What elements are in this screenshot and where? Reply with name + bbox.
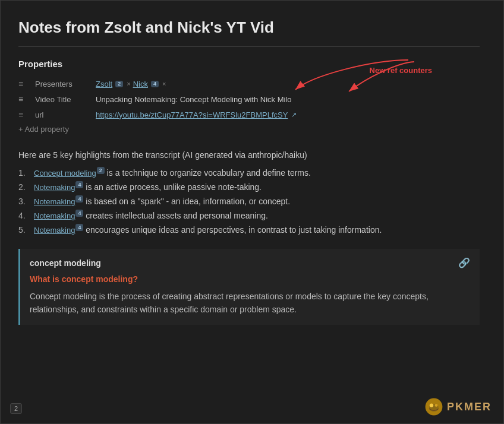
zsolt-badge: 2 <box>115 81 123 87</box>
main-content: Here are 5 key highlights from the trans… <box>18 150 480 325</box>
concept-block-header: concept modeling 🔗 <box>30 257 470 268</box>
notemaking-link-5[interactable]: Notemaking <box>34 226 75 235</box>
list-text-3: is based on a "spark" - an idea, informa… <box>86 197 290 206</box>
add-property-label: + Add property <box>18 125 69 134</box>
pkmer-text: PKMER <box>447 401 492 413</box>
url-label: url <box>35 110 89 119</box>
svg-point-4 <box>435 404 438 407</box>
footer-badge: 2 <box>10 403 22 414</box>
video-title-value: Unpacking Notemaking: Concept Modeling w… <box>96 95 291 104</box>
concept-modeling-link-1[interactable]: Concept modeling <box>34 169 96 178</box>
concept-modeling-badge-1: 2 <box>97 167 105 174</box>
presenters-icon: ≡ <box>18 79 28 88</box>
url-value: https://youtu.be/ztCup77A77A?si=WRFSlu2F… <box>96 110 297 119</box>
presenters-label: Presenters <box>35 80 89 88</box>
list-number-1: 1. <box>18 168 30 178</box>
annotation-area: New ref counters <box>370 66 432 77</box>
list-text-2: is an active process, unlike passive not… <box>86 182 262 192</box>
list-number-4: 4. <box>18 211 30 220</box>
concept-question: What is concept modeling? <box>30 274 470 284</box>
list-item: 1. Concept modeling2 is a technique to o… <box>18 168 480 178</box>
notemaking-badge-5: 4 <box>75 224 83 231</box>
property-row-video-title: ≡ Video Title Unpacking Notemaking: Conc… <box>18 91 480 107</box>
property-row-presenters: ≡ Presenters Zsolt2 × Nick4 × <box>18 76 480 91</box>
svg-point-3 <box>430 403 433 407</box>
notemaking-link-3[interactable]: Notemaking <box>34 197 75 206</box>
zsolt-tag[interactable]: Zsolt <box>96 80 112 88</box>
page-container: Notes from Zsolt and Nick's YT Vid New r… <box>0 0 504 424</box>
external-link-icon: ↗ <box>291 111 297 119</box>
url-icon: ≡ <box>18 110 28 119</box>
video-title-label: Video Title <box>35 95 89 104</box>
notemaking-link-2[interactable]: Notemaking <box>34 183 75 192</box>
notemaking-badge-3: 4 <box>75 195 83 202</box>
page-title: Notes from Zsolt and Nick's YT Vid <box>18 18 480 47</box>
pkmer-logo: PKMER <box>424 397 492 416</box>
concept-description: Concept modeling is the process of creat… <box>30 290 470 317</box>
list-number-3: 3. <box>18 197 30 206</box>
video-title-text: Unpacking Notemaking: Concept Modeling w… <box>96 95 291 104</box>
annotation-text: New ref counters <box>370 66 432 75</box>
nick-remove[interactable]: × <box>162 80 166 87</box>
list-text-1: is a technique to organize vocabulary an… <box>107 168 311 178</box>
notemaking-badge-4: 4 <box>75 210 83 217</box>
video-title-icon: ≡ <box>18 94 28 104</box>
nick-tag[interactable]: Nick <box>133 80 148 88</box>
presenters-value: Zsolt2 × Nick4 × <box>96 80 166 88</box>
list-item: 2. Notemaking4 is an active process, unl… <box>18 182 480 192</box>
list-item: 4. Notemaking4 creates intellectual asse… <box>18 211 480 220</box>
nick-badge: 4 <box>151 81 159 87</box>
list-item: 3. Notemaking4 is based on a "spark" - a… <box>18 197 480 206</box>
list-text-5: encourages unique ideas and perspectives… <box>86 225 382 235</box>
add-property-button[interactable]: + Add property <box>18 122 480 136</box>
url-link[interactable]: https://youtu.be/ztCup77A77A?si=WRFSlu2F… <box>96 110 288 119</box>
concept-block-title: concept modeling <box>30 258 101 268</box>
notemaking-badge-2: 4 <box>75 181 83 188</box>
concept-block: concept modeling 🔗 What is concept model… <box>18 249 480 325</box>
list-number-2: 2. <box>18 182 30 192</box>
concept-block-link-icon[interactable]: 🔗 <box>458 257 470 268</box>
highlights-list: 1. Concept modeling2 is a technique to o… <box>18 168 480 235</box>
property-row-url: ≡ url https://youtu.be/ztCup77A77A?si=WR… <box>18 107 480 122</box>
list-text-4: creates intellectual assets and personal… <box>86 211 268 220</box>
notemaking-link-4[interactable]: Notemaking <box>34 211 75 220</box>
list-number-5: 5. <box>18 225 30 235</box>
list-item: 5. Notemaking4 encourages unique ideas a… <box>18 225 480 235</box>
highlights-intro: Here are 5 key highlights from the trans… <box>18 150 480 160</box>
zsolt-remove[interactable]: × <box>127 80 130 87</box>
pkmer-icon <box>424 397 443 416</box>
